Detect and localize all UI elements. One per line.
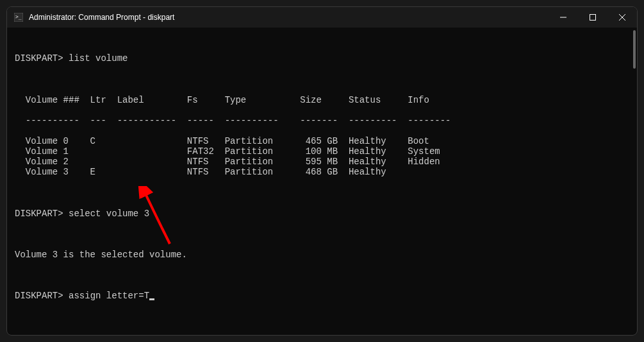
minimize-button[interactable]: [549, 7, 578, 28]
svg-rect-3: [590, 15, 596, 21]
response-selected: Volume 3 is the selected volume.: [15, 250, 629, 260]
cursor: [149, 298, 154, 300]
table-row: Volume 1 FAT32 Partition 100 MB Healthy …: [15, 146, 629, 157]
table-row: Volume 0 C NTFS Partition 465 GB Healthy…: [15, 136, 629, 146]
table-separator: ---------- --- ----------- ----- -------…: [15, 115, 629, 126]
close-button[interactable]: [607, 7, 637, 28]
table-header: Volume ### Ltr Label Fs Type Size Status…: [15, 95, 629, 105]
app-icon: >_: [13, 12, 24, 22]
table-row: Volume 2 NTFS Partition 595 MB Healthy H…: [15, 157, 629, 167]
terminal-output[interactable]: DISKPART> list volume Volume ### Ltr Lab…: [7, 28, 637, 335]
svg-text:>_: >_: [15, 14, 22, 20]
command-list-volume: list volume: [69, 53, 128, 64]
titlebar[interactable]: >_ Administrator: Command Prompt - diskp…: [7, 7, 637, 28]
command-prompt-window: >_ Administrator: Command Prompt - diskp…: [6, 6, 638, 336]
command-select-volume: select volume 3: [69, 209, 149, 219]
window-title: Administrator: Command Prompt - diskpart: [29, 13, 549, 22]
prompt: DISKPART>: [15, 291, 63, 301]
table-row: Volume 3 E NTFS Partition 468 GB Healthy: [15, 167, 629, 177]
maximize-button[interactable]: [578, 7, 607, 28]
window-controls: [549, 7, 637, 28]
prompt: DISKPART>: [15, 53, 63, 64]
command-assign-letter: assign letter=T: [69, 291, 149, 301]
scrollbar[interactable]: [633, 30, 636, 69]
prompt: DISKPART>: [15, 209, 63, 219]
